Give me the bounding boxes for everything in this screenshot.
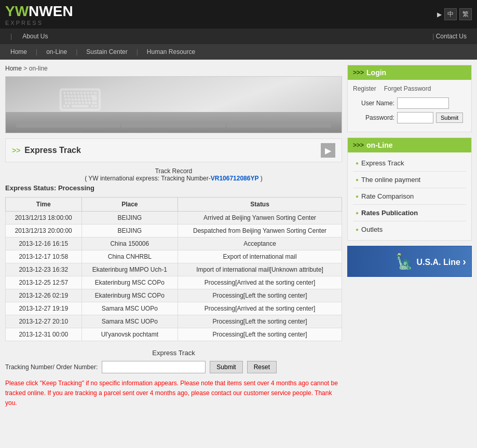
cell-status: Export of international mail xyxy=(178,250,342,263)
nav-sep-contact: | xyxy=(432,33,434,40)
top-nav-right: | Contact Us xyxy=(432,33,467,40)
track-button[interactable]: ▶ xyxy=(321,143,335,158)
cell-status: Import of international mail[Unknown att… xyxy=(178,263,342,276)
online-item-rates-publication[interactable]: ● Rates Publication xyxy=(348,205,471,221)
cell-place: Samara MSC UOPo xyxy=(81,315,178,328)
header: YWNWEN EXPRESS ▶ 中 繁 xyxy=(0,0,477,29)
top-nav-left: | About Us xyxy=(10,33,48,40)
online-item-label-3: Rates Publication xyxy=(361,209,418,217)
login-header: >>> Login xyxy=(348,65,471,80)
nav-sep-2: | xyxy=(75,48,78,55)
online-item-rate-comparison[interactable]: ● Rate Comparison xyxy=(348,188,471,204)
nav-sep-3: | xyxy=(135,48,139,55)
usa-banner[interactable]: 🗽 U.S.A. Line › xyxy=(347,246,472,277)
online-header: >>> on-Line xyxy=(348,138,471,152)
col-place: Place xyxy=(81,198,178,212)
login-submit-button[interactable]: Submit xyxy=(436,113,463,123)
login-box: >>> Login Register Forget Password User … xyxy=(347,65,472,132)
cell-time: 2013-12-27 19:19 xyxy=(6,302,82,315)
usa-banner-text: U.S.A. Line › xyxy=(416,256,466,268)
reset-button[interactable]: Reset xyxy=(247,361,277,373)
nav-home[interactable]: Home xyxy=(3,44,35,60)
lang-en-button[interactable]: 繁 xyxy=(459,8,472,20)
cell-status: Processing[Arrived at the sorting center… xyxy=(178,302,342,315)
password-label: Password: xyxy=(353,114,394,121)
cell-time: 2013/12/13 18:00:00 xyxy=(6,212,82,225)
lang-zh-button[interactable]: 中 xyxy=(444,8,457,20)
bullet-2: ● xyxy=(356,177,359,183)
cell-place: BEIJING xyxy=(81,212,178,225)
online-item-payment[interactable]: ● The online payment xyxy=(348,172,471,188)
nav-sustain[interactable]: Sustain Center xyxy=(78,44,135,60)
status-value: Processing xyxy=(58,184,94,192)
express-title: Express Track xyxy=(24,146,81,155)
logo-express: EXPRESS xyxy=(5,20,73,26)
cell-status: Despatched from Beijing Yanwen Sorting C… xyxy=(178,225,342,237)
left-col: Home > on-line ⌨ xyxy=(5,65,342,409)
username-row: User Name: xyxy=(353,97,466,109)
login-arrows: >>> xyxy=(353,69,364,76)
breadcrumb-home[interactable]: Home xyxy=(5,65,22,72)
content-wrapper: Home > on-line ⌨ xyxy=(0,60,477,414)
online-item-label-0: Express Track xyxy=(361,159,404,167)
online-item-express-track[interactable]: ● Express Track xyxy=(348,155,471,171)
table-row: 2013-12-27 20:10Samara MSC UOPoProcessin… xyxy=(6,315,342,328)
notice-text: Please click "Keep Tracking" if no speci… xyxy=(5,379,342,409)
express-status: Express Status: Processing xyxy=(5,184,342,192)
logo: YWNWEN EXPRESS xyxy=(5,3,73,26)
lang-icon: ▶ xyxy=(437,11,442,18)
track-record: Track Record ( YW international express:… xyxy=(5,167,342,192)
online-item-outlets[interactable]: ● Outlets xyxy=(348,221,471,237)
cell-place: Ekaterinburg MSC COPo xyxy=(81,276,178,289)
nav-sep-1: | xyxy=(35,48,38,55)
lang-bar: ▶ 中 繁 xyxy=(437,8,472,20)
nav-online[interactable]: on-Line xyxy=(38,44,75,60)
col-time: Time xyxy=(6,198,82,212)
bullet-3: ● xyxy=(356,193,359,199)
breadcrumb: Home > on-line xyxy=(5,65,342,72)
track-sub-suffix: ) xyxy=(258,175,262,182)
tracking-input[interactable] xyxy=(102,361,206,373)
main-nav: Home | on-Line | Sustain Center | Human … xyxy=(0,44,477,60)
nav-hr[interactable]: Human Resource xyxy=(139,44,203,60)
logo-yw: YW xyxy=(5,3,29,19)
track-form-row: Tracking Number/ Order Number: Submit Re… xyxy=(5,361,342,373)
online-body: ● Express Track ● The online payment ● R… xyxy=(348,152,471,240)
register-link[interactable]: Register xyxy=(353,85,376,92)
login-title: Login xyxy=(366,68,386,77)
cell-place: Samara MSC UOPo xyxy=(81,302,178,315)
contact-link[interactable]: Contact Us xyxy=(436,33,467,40)
table-row: 2013/12/13 18:00:00BEIJINGArrived at Bei… xyxy=(6,212,342,225)
col-status: Status xyxy=(178,198,342,212)
table-row: 2013/12/13 20:00:00BEIJINGDespatched fro… xyxy=(6,225,342,237)
username-label: User Name: xyxy=(353,100,394,107)
cell-status: Arrived at Beijing Yanwen Sorting Center xyxy=(178,212,342,225)
bullet-5: ● xyxy=(356,227,359,232)
right-col: >>> Login Register Forget Password User … xyxy=(347,65,472,409)
cell-time: 2013-12-23 16:32 xyxy=(6,263,82,276)
breadcrumb-sep: > xyxy=(23,65,29,72)
track-number: VR106712086YP xyxy=(211,175,259,182)
about-link[interactable]: About Us xyxy=(22,33,48,40)
online-item-label-2: Rate Comparison xyxy=(361,192,414,200)
submit-button[interactable]: Submit xyxy=(210,361,242,373)
track-table-body: 2013/12/13 18:00:00BEIJINGArrived at Bei… xyxy=(6,212,342,341)
track-table: Time Place Status 2013/12/13 18:00:00BEI… xyxy=(5,197,342,341)
cell-time: 2013-12-25 12:57 xyxy=(6,276,82,289)
password-input[interactable] xyxy=(397,112,433,123)
express-track-box: >> Express Track ▶ xyxy=(5,138,342,162)
bullet-4: ● xyxy=(356,210,359,216)
online-item-label-1: The online payment xyxy=(361,176,420,184)
online-arrows: >>> xyxy=(353,142,364,149)
forget-password-link[interactable]: Forget Password xyxy=(384,85,431,92)
cell-status: Processing[Left the sorting center] xyxy=(178,328,342,341)
username-input[interactable] xyxy=(397,97,449,109)
cell-time: 2013-12-31 00:00 xyxy=(6,328,82,341)
table-row: 2013-12-25 12:57Ekaterinburg MSC COPoPro… xyxy=(6,276,342,289)
track-form-title: Express Track xyxy=(5,349,342,357)
top-nav: | About Us | Contact Us xyxy=(0,29,477,44)
cell-place: Ekaterinburg MMPO Uch-1 xyxy=(81,263,178,276)
cell-time: 2013-12-26 02:19 xyxy=(6,289,82,302)
login-body: Register Forget Password User Name: Pass… xyxy=(348,80,471,132)
cell-status: Processing[Left the sorting center] xyxy=(178,315,342,328)
